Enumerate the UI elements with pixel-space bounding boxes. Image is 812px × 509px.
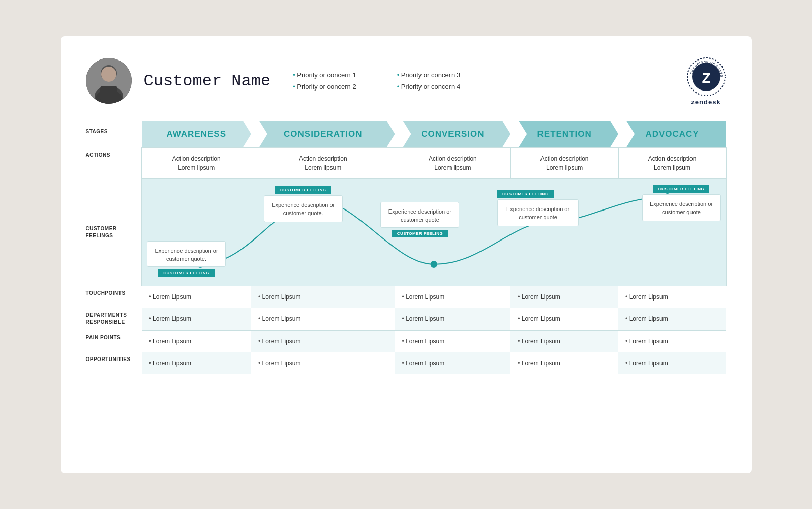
touchpoints-row: TOUCHPOINTS Lorem Lipsum Lorem Lipsum Lo… [86,286,727,308]
stage-header-awareness: AWARENESS [142,121,251,147]
dept-conversion: Lorem Lipsum [395,308,511,330]
stage-header-conversion: CONVERSION [395,121,511,147]
customer-name: Customer Name [144,72,271,91]
svg-point-3 [101,67,116,82]
zendesk-logo: Z CHAMPIONS OF CUSTOMER SERVICE zendesk [686,56,727,106]
stage-consideration: CONSIDERATION [251,121,395,148]
actions-row: ACTIONS Action description Lorem lipsum … [86,147,727,178]
main-card: Customer Name Priority or concern 1 Prio… [61,36,752,473]
opp-awareness: Lorem Lipsum [142,352,251,374]
stage-retention: RETENTION [510,121,618,148]
priority-3: Priority or concern 3 [397,71,461,79]
feeling-box-awareness: Experience description or customer quote… [147,241,226,277]
journey-table: STAGES AWARENESS CONSIDERATION CONVERSIO… [86,121,727,374]
dept-advocacy: Lorem Lipsum [618,308,726,330]
stages-label: STAGES [86,121,142,148]
dept-awareness: Lorem Lipsum [142,308,251,330]
pain-conversion: Lorem Lipsum [395,330,511,352]
action-retention: Action description Lorem lipsum [510,147,618,178]
opportunities-row: OPPORTUNITIES Lorem Lipsum Lorem Lipsum … [86,352,727,374]
departments-row: DEPARTMENTS RESPONSIBLE Lorem Lipsum Lor… [86,308,727,330]
stage-header-consideration: CONSIDERATION [251,121,395,147]
stage-conversion: CONVERSION [395,121,511,148]
feeling-box-advocacy: CUSTOMER FEELING Experience description … [642,183,721,221]
pain-awareness: Lorem Lipsum [142,330,251,352]
priority-col-1: Priority or concern 1 Priority or concer… [293,71,356,91]
priority-2: Priority or concern 2 [293,83,356,91]
dept-retention: Lorem Lipsum [510,308,618,330]
stage-awareness: AWARENESS [142,121,251,148]
pain-advocacy: Lorem Lipsum [618,330,726,352]
action-conversion: Action description Lorem lipsum [395,147,511,178]
header: Customer Name Priority or concern 1 Prio… [86,56,727,106]
opportunities-label: OPPORTUNITIES [86,352,142,374]
priority-col-2: Priority or concern 3 Priority or concer… [397,71,461,91]
feelings-area: Experience description or customer quote… [142,178,727,286]
avatar [86,58,132,104]
touchpoint-advocacy: Lorem Lipsum [618,286,726,308]
pain-points-row: PAIN POINTS Lorem Lipsum Lorem Lipsum Lo… [86,330,727,352]
departments-label: DEPARTMENTS RESPONSIBLE [86,308,142,330]
touchpoint-consideration: Lorem Lipsum [251,286,395,308]
zendesk-name: zendesk [691,98,720,106]
opp-conversion: Lorem Lipsum [395,352,511,374]
touchpoint-conversion: Lorem Lipsum [395,286,511,308]
priority-1: Priority or concern 1 [293,71,356,79]
feeling-box-retention: CUSTOMER FEELING Experience description … [497,188,579,226]
opp-retention: Lorem Lipsum [510,352,618,374]
touchpoint-retention: Lorem Lipsum [510,286,618,308]
pain-points-label: PAIN POINTS [86,330,142,352]
touchpoints-label: TOUCHPOINTS [86,286,142,308]
opp-consideration: Lorem Lipsum [251,352,395,374]
pain-retention: Lorem Lipsum [510,330,618,352]
stage-header-retention: RETENTION [510,121,618,147]
action-awareness: Action description Lorem lipsum [142,147,251,178]
feeling-box-conversion: Experience description or customer quote… [380,202,459,237]
actions-label: ACTIONS [86,147,142,178]
stages-row: STAGES AWARENESS CONSIDERATION CONVERSIO… [86,121,727,148]
priority-4: Priority or concern 4 [397,83,461,91]
action-consideration: Action description Lorem lipsum [251,147,395,178]
stage-advocacy: ADVOCACY [618,121,726,148]
action-advocacy: Action description Lorem lipsum [618,147,726,178]
svg-text:Z: Z [702,70,710,86]
stage-header-advocacy: ADVOCACY [618,121,726,147]
feelings-row: CUSTOMER FEELINGS [86,178,727,286]
pain-consideration: Lorem Lipsum [251,330,395,352]
feelings-label: CUSTOMER FEELINGS [86,178,142,286]
svg-point-12 [431,261,437,268]
svg-rect-5 [100,86,117,101]
touchpoint-awareness: Lorem Lipsum [142,286,251,308]
dept-consideration: Lorem Lipsum [251,308,395,330]
opp-advocacy: Lorem Lipsum [618,352,726,374]
feeling-box-consideration: CUSTOMER FEELING Experience description … [264,184,343,222]
priorities: Priority or concern 1 Priority or concer… [293,71,460,91]
